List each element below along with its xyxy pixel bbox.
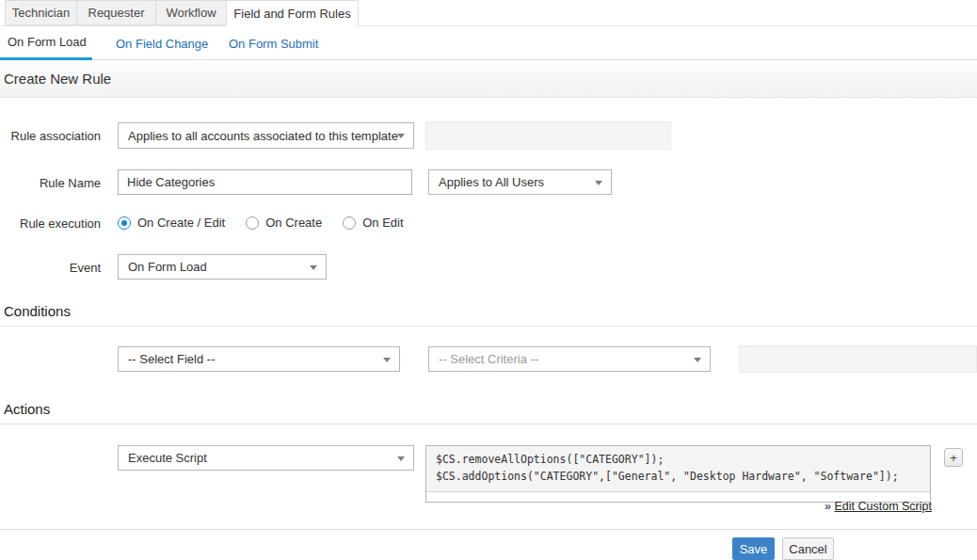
applies-to-users-value: Applies to All Users xyxy=(439,175,544,189)
save-button[interactable]: Save xyxy=(732,537,775,560)
conditions-section-title: Conditions xyxy=(4,303,71,319)
footer-divider xyxy=(0,529,977,530)
template-tab-bar: Technician Requester Workflow Field and … xyxy=(0,0,977,26)
radio-label: On Create xyxy=(265,216,322,230)
radio-icon[interactable] xyxy=(343,216,356,230)
rule-association-label: Rule association xyxy=(9,129,101,143)
condition-field-value: -- Select Field -- xyxy=(128,352,215,366)
radio-icon[interactable] xyxy=(118,216,131,230)
rule-name-input[interactable] xyxy=(118,169,412,195)
radio-label: On Edit xyxy=(362,216,403,230)
script-editor-text[interactable]: $CS.removeAllOptions(["CATEGORY"]); $CS.… xyxy=(426,446,930,491)
actions-section-title: Actions xyxy=(4,401,50,417)
page-title: Create New Rule xyxy=(4,71,111,87)
applies-to-users-select[interactable]: Applies to All Users xyxy=(428,169,612,195)
subtab-on-form-submit[interactable]: On Form Submit xyxy=(229,26,318,60)
chevron-down-icon xyxy=(694,358,701,362)
chevron-down-icon xyxy=(397,134,405,138)
chevron-down-icon xyxy=(397,456,405,461)
condition-value-disabled-field xyxy=(739,345,977,373)
edit-custom-script-link[interactable]: » Edit Custom Script xyxy=(825,500,932,513)
rule-execution-radio-group: On Create / Edit On Create On Edit xyxy=(118,216,404,230)
page-header: Create New Rule xyxy=(0,60,977,98)
edit-custom-script-link-label: Edit Custom Script xyxy=(834,500,932,513)
field-and-form-rules-page: Technician Requester Workflow Field and … xyxy=(0,0,977,560)
actions-divider xyxy=(0,424,977,424)
rule-association-disabled-field xyxy=(425,121,671,150)
action-type-select[interactable]: Execute Script xyxy=(118,445,414,471)
radio-option-on-create-edit[interactable]: On Create / Edit xyxy=(118,216,225,230)
cancel-button[interactable]: Cancel xyxy=(782,537,834,560)
rule-association-value: Applies to all accounts associated to th… xyxy=(128,129,398,143)
rule-association-select[interactable]: Applies to all accounts associated to th… xyxy=(118,122,414,149)
radio-icon[interactable] xyxy=(246,216,259,230)
event-label: Event xyxy=(9,261,101,275)
add-action-button[interactable]: + xyxy=(944,448,963,467)
script-editor[interactable]: $CS.removeAllOptions(["CATEGORY"]); $CS.… xyxy=(425,445,931,503)
chevron-down-icon xyxy=(383,358,391,362)
chevron-down-icon xyxy=(310,265,317,270)
radio-option-on-edit[interactable]: On Edit xyxy=(343,216,403,230)
rule-name-label: Rule Name xyxy=(9,176,101,190)
tab-requester[interactable]: Requester xyxy=(76,0,156,25)
rule-execution-label: Rule execution xyxy=(9,216,101,231)
condition-criteria-value: -- Select Criteria -- xyxy=(439,352,538,366)
condition-criteria-select[interactable]: -- Select Criteria -- xyxy=(428,346,711,372)
radio-option-on-create[interactable]: On Create xyxy=(246,216,322,230)
tab-technician[interactable]: Technician xyxy=(5,0,77,25)
event-value: On Form Load xyxy=(128,260,207,274)
tab-field-and-form-rules[interactable]: Field and Form Rules xyxy=(226,0,359,26)
tab-workflow[interactable]: Workflow xyxy=(155,0,227,25)
action-type-value: Execute Script xyxy=(128,451,207,465)
radio-label: On Create / Edit xyxy=(137,216,225,230)
rule-event-subtab-bar: On Form Load On Field Change On Form Sub… xyxy=(0,26,977,60)
subtab-on-field-change[interactable]: On Field Change xyxy=(116,26,208,60)
event-select[interactable]: On Form Load xyxy=(118,254,327,280)
chevron-down-icon xyxy=(595,181,602,185)
subtab-on-form-load[interactable]: On Form Load xyxy=(0,26,92,60)
condition-field-select[interactable]: -- Select Field -- xyxy=(118,346,400,372)
link-arrow-glyph: » xyxy=(825,500,831,513)
conditions-divider xyxy=(0,326,977,327)
